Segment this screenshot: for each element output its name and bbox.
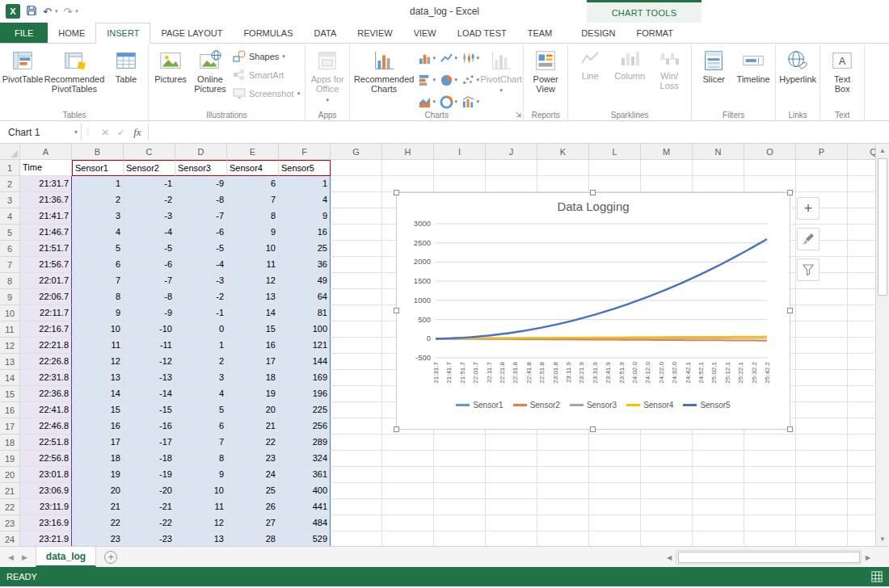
cell[interactable]	[486, 451, 537, 467]
row-header-21[interactable]: 21	[0, 483, 20, 499]
cell[interactable]	[331, 467, 382, 483]
scroll-up-icon[interactable]: ▲	[876, 144, 889, 158]
pivottable-button[interactable]: PivotTable	[3, 46, 42, 85]
cell[interactable]: 17	[227, 354, 279, 370]
cell[interactable]	[796, 451, 848, 467]
chart-resize-handle[interactable]	[394, 308, 399, 313]
sparkline-column-button[interactable]: Column	[610, 46, 649, 82]
row-header-9[interactable]: 9	[0, 289, 20, 305]
cell[interactable]: 5	[72, 241, 124, 257]
cell[interactable]: 23:11.9	[20, 499, 72, 515]
cell[interactable]	[641, 451, 693, 467]
cell[interactable]: 25	[279, 241, 331, 257]
name-box[interactable]: Chart 1 ▾	[0, 121, 81, 143]
cell[interactable]: 23:21.9	[20, 531, 72, 546]
cell[interactable]	[331, 531, 382, 546]
cell[interactable]	[434, 435, 486, 451]
cell[interactable]: -5	[124, 241, 175, 257]
cell[interactable]: 21:41.7	[20, 208, 72, 225]
cell[interactable]	[796, 418, 848, 435]
cell[interactable]: 1	[72, 176, 124, 192]
cell[interactable]	[331, 435, 382, 451]
cell[interactable]: -7	[175, 208, 227, 225]
horizontal-scroll-thumb[interactable]	[678, 552, 860, 563]
cell[interactable]	[537, 515, 589, 531]
cell[interactable]	[589, 531, 641, 546]
column-header-J[interactable]: J	[486, 144, 537, 160]
insert-combo-chart-button[interactable]: ▾	[460, 91, 481, 112]
cell[interactable]	[486, 483, 537, 499]
cell[interactable]: 9	[279, 208, 331, 225]
undo-icon[interactable]: ↶	[43, 6, 52, 17]
recommended-pivottables-button[interactable]: Recommended PivotTables	[43, 46, 106, 94]
cell[interactable]	[796, 402, 848, 418]
insert-scatter-chart-button[interactable]: ▾	[460, 69, 481, 90]
cell[interactable]	[434, 467, 486, 483]
row-header-6[interactable]: 6	[0, 241, 20, 257]
chart-styles-button[interactable]	[797, 228, 819, 250]
cell[interactable]	[537, 483, 589, 499]
row-header-24[interactable]: 24	[0, 531, 20, 546]
cell[interactable]	[331, 338, 382, 354]
row-header-3[interactable]: 3	[0, 192, 20, 208]
cell[interactable]: 22:01.7	[20, 273, 72, 289]
cell[interactable]: 8	[72, 289, 124, 305]
cell[interactable]: 11	[175, 499, 227, 515]
cell[interactable]	[693, 515, 744, 531]
horizontal-scrollbar[interactable]: ◀ ▶	[663, 550, 874, 565]
cell[interactable]	[331, 402, 382, 418]
table-button[interactable]: Table	[107, 46, 145, 85]
cell[interactable]	[382, 176, 434, 192]
pictures-button[interactable]: Pictures	[151, 46, 190, 85]
chart-resize-handle[interactable]	[394, 426, 399, 432]
cell[interactable]: 64	[279, 289, 331, 305]
cell[interactable]	[537, 160, 589, 176]
row-header-5[interactable]: 5	[0, 225, 20, 241]
cell[interactable]	[796, 176, 848, 192]
formula-bar-drag-dots[interactable]: ⋮	[82, 121, 95, 143]
cell[interactable]: 15	[227, 321, 279, 338]
cell[interactable]: 7	[175, 435, 227, 451]
cell[interactable]: 3	[72, 208, 124, 225]
row-header-16[interactable]: 16	[0, 402, 20, 418]
cell[interactable]: 21:31.7	[20, 176, 72, 192]
cell[interactable]: -18	[124, 451, 175, 467]
cell[interactable]: 15	[72, 402, 124, 418]
cell[interactable]: 16	[227, 338, 279, 354]
cell[interactable]: 8	[227, 208, 279, 225]
cell[interactable]	[382, 515, 434, 531]
cell[interactable]	[382, 451, 434, 467]
cell[interactable]	[796, 467, 848, 483]
cell[interactable]: 529	[279, 531, 331, 546]
cell[interactable]: 14	[227, 305, 279, 321]
cell[interactable]: 3	[175, 370, 227, 386]
chart-resize-handle[interactable]	[590, 426, 596, 432]
column-header-F[interactable]: F	[279, 144, 331, 160]
row-header-23[interactable]: 23	[0, 515, 20, 531]
row-header-17[interactable]: 17	[0, 418, 20, 435]
cell[interactable]: 23	[72, 531, 124, 546]
cell[interactable]	[537, 499, 589, 515]
chart-resize-handle[interactable]	[394, 190, 399, 195]
cell[interactable]: 23:01.8	[20, 467, 72, 483]
cell[interactable]	[796, 289, 848, 305]
cell[interactable]	[796, 435, 848, 451]
cell[interactable]: 225	[279, 402, 331, 418]
cell[interactable]: 22:46.8	[20, 418, 72, 435]
cell[interactable]: 13	[227, 289, 279, 305]
column-header-O[interactable]: O	[744, 144, 796, 160]
cell[interactable]	[744, 483, 796, 499]
tab-data[interactable]: DATA	[304, 23, 348, 43]
cell[interactable]	[796, 305, 848, 321]
cell[interactable]: 21:51.7	[20, 241, 72, 257]
hyperlink-button[interactable]: Hyperlink	[778, 46, 817, 85]
row-header-13[interactable]: 13	[0, 354, 20, 370]
cell[interactable]	[331, 321, 382, 338]
cell[interactable]	[641, 435, 693, 451]
column-header-C[interactable]: C	[124, 144, 175, 160]
cell[interactable]: -4	[175, 257, 227, 273]
column-header-P[interactable]: P	[796, 144, 848, 160]
cell[interactable]: 10	[175, 483, 227, 499]
cell[interactable]: -4	[124, 225, 175, 241]
cell[interactable]: -8	[175, 192, 227, 208]
